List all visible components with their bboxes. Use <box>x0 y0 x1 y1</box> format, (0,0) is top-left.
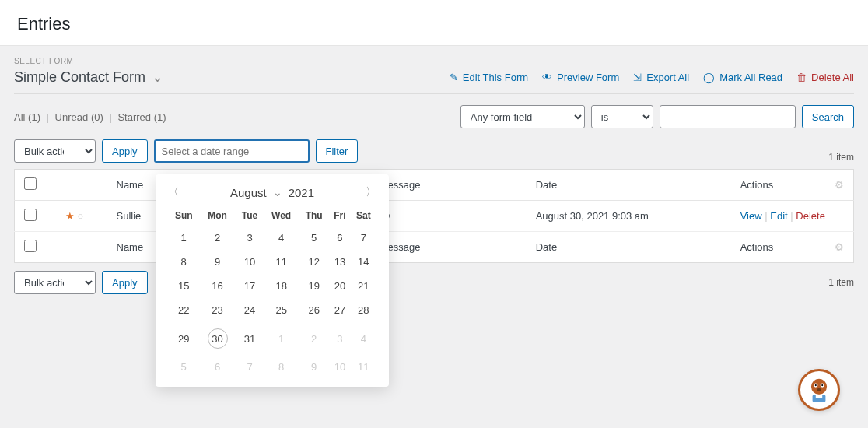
calendar-day[interactable]: 24 <box>236 298 264 322</box>
calendar-year[interactable]: 2021 <box>289 186 314 199</box>
edit-form-link[interactable]: ✎Edit This Form <box>450 72 528 83</box>
calendar-day[interactable]: 8 <box>264 355 299 379</box>
filter-all[interactable]: All (1) <box>14 111 40 123</box>
calendar-day[interactable]: 17 <box>236 274 264 298</box>
circle-icon: ◯ <box>703 72 715 83</box>
help-mascot-icon[interactable] <box>798 369 840 411</box>
svg-point-5 <box>817 388 821 391</box>
calendar-day[interactable]: 4 <box>264 226 299 250</box>
calendar-dow: Wed <box>264 205 299 226</box>
calendar-day[interactable]: 7 <box>351 226 376 250</box>
svg-rect-7 <box>816 395 822 398</box>
calendar-day[interactable]: 2 <box>199 226 235 250</box>
export-icon: ⇲ <box>633 72 642 83</box>
entries-table: Name Comment or Message Date Actions⚙ ★ … <box>14 169 854 263</box>
select-all-top[interactable] <box>24 177 37 190</box>
bulk-actions-select-top[interactable]: Bulk actions <box>14 139 96 163</box>
calendar-day[interactable]: 28 <box>351 298 376 322</box>
calendar-month[interactable]: August <box>230 186 267 199</box>
calendar-dow: Fri <box>329 205 350 226</box>
calendar-day[interactable]: 11 <box>264 250 299 274</box>
calendar-day[interactable]: 21 <box>351 274 376 298</box>
star-icon[interactable]: ★ <box>65 210 75 222</box>
page-header: Entries <box>0 0 868 46</box>
edit-link[interactable]: Edit <box>770 210 787 222</box>
prev-month-icon[interactable]: 〈 <box>168 185 179 199</box>
date-picker: 〈 August ⌄ 2021 〉 SunMonTueWedThuFriSat … <box>156 174 389 387</box>
col-date[interactable]: Date <box>527 170 731 201</box>
calendar-day[interactable]: 29 <box>168 322 199 355</box>
calendar-day[interactable]: 5 <box>299 226 329 250</box>
calendar-day[interactable]: 8 <box>168 250 199 274</box>
select-all-bottom[interactable] <box>24 240 37 252</box>
calendar-day[interactable]: 27 <box>329 298 350 322</box>
calendar-day[interactable]: 14 <box>351 250 376 274</box>
form-selector[interactable]: Simple Contact Form ⌄ <box>14 68 163 86</box>
next-month-icon[interactable]: 〉 <box>366 185 376 199</box>
calendar-day[interactable]: 2 <box>299 322 329 355</box>
calendar-day[interactable]: 16 <box>199 274 235 298</box>
chevron-down-icon[interactable]: ⌄ <box>273 186 282 198</box>
calendar-day[interactable]: 3 <box>236 226 264 250</box>
gear-icon[interactable]: ⚙ <box>835 241 844 253</box>
calendar-day[interactable]: 19 <box>299 274 329 298</box>
calendar-day[interactable]: 6 <box>329 226 350 250</box>
col-actions: Actions⚙ <box>731 170 854 201</box>
mark-read-link[interactable]: ◯Mark All Read <box>703 72 782 83</box>
calendar-dow: Tue <box>236 205 264 226</box>
calendar-day[interactable]: 20 <box>329 274 350 298</box>
calendar-day[interactable]: 25 <box>264 298 299 322</box>
calendar-day[interactable]: 30 <box>199 322 235 355</box>
search-value-input[interactable] <box>660 105 796 128</box>
bulk-actions-select-bottom[interactable]: Bulk actions <box>14 271 96 294</box>
row-checkbox[interactable] <box>24 209 37 221</box>
calendar-day[interactable]: 22 <box>168 298 199 322</box>
delete-all-link[interactable]: 🗑Delete All <box>796 72 854 83</box>
export-all-link[interactable]: ⇲Export All <box>633 72 689 83</box>
calendar-day[interactable]: 18 <box>264 274 299 298</box>
calendar-day[interactable]: 1 <box>264 322 299 355</box>
filter-tabs: All (1) | Unread (0) | Starred (1) <box>14 111 166 123</box>
search-operator-select[interactable]: is <box>591 105 653 128</box>
calendar-day[interactable]: 4 <box>351 322 376 355</box>
col-date-foot[interactable]: Date <box>527 232 731 263</box>
page-title: Entries <box>17 14 851 34</box>
filter-starred[interactable]: Starred (1) <box>117 111 166 123</box>
calendar-dow: Sun <box>168 205 199 226</box>
calendar-day[interactable]: 7 <box>236 355 264 379</box>
form-name-text: Simple Contact Form <box>14 69 145 86</box>
calendar-day[interactable]: 31 <box>236 322 264 355</box>
calendar-day[interactable]: 13 <box>329 250 350 274</box>
calendar-day[interactable]: 5 <box>168 355 199 379</box>
cell-date: August 30, 2021 9:03 am <box>527 201 731 232</box>
apply-button-top[interactable]: Apply <box>102 139 148 163</box>
calendar-day[interactable]: 11 <box>351 355 376 379</box>
filter-button[interactable]: Filter <box>316 139 359 163</box>
calendar-day[interactable]: 1 <box>168 226 199 250</box>
view-link[interactable]: View <box>740 210 762 222</box>
select-form-label: SELECT FORM <box>14 57 854 65</box>
calendar-day[interactable]: 9 <box>199 250 235 274</box>
calendar-day[interactable]: 10 <box>236 250 264 274</box>
delete-link[interactable]: Delete <box>796 210 825 222</box>
date-range-input[interactable] <box>154 139 310 163</box>
preview-form-link[interactable]: 👁Preview Form <box>542 72 619 83</box>
item-count-top: 1 item <box>828 152 854 163</box>
filter-unread[interactable]: Unread (0) <box>55 111 103 123</box>
calendar-day[interactable]: 3 <box>329 322 350 355</box>
calendar-day[interactable]: 9 <box>299 355 329 379</box>
calendar-day[interactable]: 6 <box>199 355 235 379</box>
calendar-day[interactable]: 23 <box>199 298 235 322</box>
read-indicator-icon[interactable]: ○ <box>77 210 83 222</box>
calendar-dow: Sat <box>351 205 376 226</box>
table-row: ★ ○ Sullie Pre-Sale Query August 30, 202… <box>15 201 854 232</box>
search-field-select[interactable]: Any form field <box>460 105 585 128</box>
calendar-day[interactable]: 10 <box>329 355 350 379</box>
calendar-day[interactable]: 26 <box>299 298 329 322</box>
calendar-day[interactable]: 12 <box>299 250 329 274</box>
gear-icon[interactable]: ⚙ <box>835 179 844 191</box>
apply-button-bottom[interactable]: Apply <box>102 271 148 294</box>
search-button[interactable]: Search <box>802 105 854 128</box>
trash-icon: 🗑 <box>796 72 807 83</box>
calendar-day[interactable]: 15 <box>168 274 199 298</box>
